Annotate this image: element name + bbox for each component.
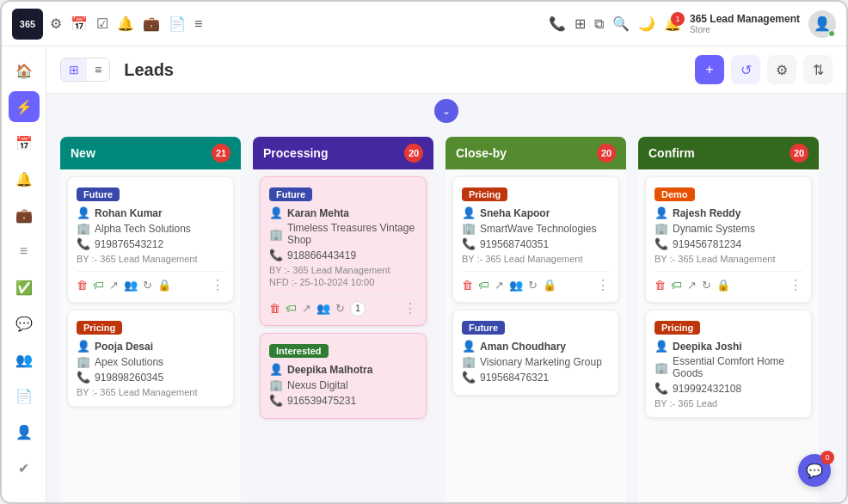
logo: 365 — [12, 9, 43, 40]
copy-icon[interactable]: ⧉ — [594, 16, 604, 32]
delete-icon[interactable]: 🗑 — [462, 279, 473, 292]
list-view-button[interactable]: ≡ — [87, 58, 109, 81]
card-phone-row: 📞 918866443419 — [269, 249, 417, 261]
sidebar-item-contacts[interactable]: 👥 — [9, 344, 40, 375]
search-icon[interactable]: 🔍 — [612, 15, 630, 32]
sidebar-item-messages[interactable]: 💬 — [9, 308, 40, 339]
card-company-row: 🏢 Timeless Treasures Vintage Shop — [269, 222, 417, 246]
tag-icon[interactable]: 🏷 — [478, 279, 489, 292]
lead-phone: 919876543212 — [95, 238, 163, 250]
tag-pricing: Pricing — [654, 321, 700, 335]
lead-name: Aman Choudhary — [480, 341, 566, 353]
lead-by: BY :- 365 Lead Management — [462, 254, 610, 264]
trend-icon[interactable]: ↗ — [302, 302, 311, 315]
lead-company: Visionary Marketing Group — [480, 356, 602, 368]
col-title-processing: Processing — [263, 146, 328, 160]
column-processing: Processing 20 Future 👤 Karan Mehta — [253, 137, 433, 502]
top-nav: 365 ⚙ 📅 ☑ 🔔 💼 📄 ≡ 📞 ⊞ ⧉ 🔍 🌙 🔔 1 — [2, 2, 846, 46]
lead-company: Nexus Digital — [287, 379, 348, 391]
calendar-icon[interactable]: 📅 — [71, 15, 88, 32]
lead-name: Sneha Kapoor — [480, 207, 550, 219]
card-company-row: 🏢 Visionary Marketing Group — [462, 355, 610, 368]
more-button[interactable]: ⋮ — [789, 277, 802, 293]
column-confirm: Confirm 20 Demo 👤 Rajesh Reddy � — [638, 137, 819, 502]
refresh-button[interactable]: ↺ — [731, 55, 760, 84]
tag-icon[interactable]: 🏷 — [93, 279, 104, 292]
scroll-indicator: ⌄ — [46, 94, 846, 128]
add-button[interactable]: + — [695, 55, 724, 84]
card-company-row: 🏢 Apex Solutions — [77, 355, 224, 368]
document-icon[interactable]: 📄 — [169, 15, 186, 32]
filter-icon[interactable]: ⚙ — [50, 15, 62, 32]
sidebar-item-tasks[interactable]: ✅ — [9, 272, 40, 303]
more-button[interactable]: ⋮ — [403, 300, 417, 317]
toolbar: ⊞ ≡ Leads + ↺ ⚙ ⇅ — [46, 46, 846, 94]
refresh-icon[interactable]: ↻ — [702, 279, 711, 292]
sidebar-item-calendar[interactable]: 📅 — [9, 127, 40, 158]
lead-company: Dynamic Systems — [673, 223, 755, 235]
lock-icon[interactable]: 🔒 — [157, 279, 171, 292]
sidebar-item-verify[interactable]: ✔ — [9, 452, 40, 483]
delete-icon[interactable]: 🗑 — [654, 279, 666, 292]
chat-fab[interactable]: 💬 0 — [798, 454, 831, 487]
tag-pricing: Pricing — [462, 187, 507, 201]
trend-icon[interactable]: ↗ — [687, 279, 697, 292]
app-shell: 365 ⚙ 📅 ☑ 🔔 💼 📄 ≡ 📞 ⊞ ⧉ 🔍 🌙 🔔 1 — [2, 2, 846, 502]
checkbox-icon[interactable]: ☑ — [96, 15, 108, 32]
moon-icon[interactable]: 🌙 — [638, 15, 655, 32]
settings-button[interactable]: ⚙ — [767, 55, 796, 84]
sidebar-item-profile[interactable]: 👤 — [9, 416, 40, 447]
lead-name: Deepika Joshi — [673, 341, 742, 353]
chat-badge: 0 — [820, 451, 834, 464]
lead-phone: 919456781234 — [673, 238, 741, 250]
sidebar-item-filter[interactable]: ⚡ — [9, 91, 40, 122]
grid-icon[interactable]: ⊞ — [575, 15, 586, 32]
sidebar-item-briefcase[interactable]: 💼 — [9, 200, 40, 230]
user-add-icon[interactable]: 👥 — [124, 279, 138, 292]
bell-icon[interactable]: 🔔 — [117, 15, 134, 32]
refresh-icon[interactable]: ↻ — [143, 279, 152, 292]
user-add-icon[interactable]: 👥 — [316, 302, 330, 315]
delete-icon[interactable]: 🗑 — [269, 302, 280, 315]
list-icon[interactable]: ≡ — [194, 16, 202, 32]
brand-sub: Store — [690, 25, 800, 34]
lock-icon[interactable]: 🔒 — [543, 279, 556, 292]
phone-icon: 📞 — [77, 237, 90, 250]
card-name-row: 👤 Sneha Kapoor — [462, 206, 610, 219]
card-name-row: 👤 Rajesh Reddy — [654, 206, 802, 219]
avatar[interactable]: 👤 — [808, 10, 836, 38]
content: ⊞ ≡ Leads + ↺ ⚙ ⇅ ⌄ N — [46, 46, 846, 502]
phone-icon: 📞 — [654, 237, 668, 250]
briefcase-icon[interactable]: 💼 — [143, 15, 160, 32]
sidebar-item-documents[interactable]: 📄 — [9, 380, 40, 411]
sort-button[interactable]: ⇅ — [803, 55, 833, 84]
lead-name: Pooja Desai — [95, 341, 153, 353]
card-footer: 🗑 🏷 ↗ ↻ 🔒 ⋮ — [654, 271, 802, 293]
more-button[interactable]: ⋮ — [211, 277, 224, 293]
refresh-icon[interactable]: ↻ — [335, 302, 345, 315]
count-chip: 1 — [350, 301, 366, 317]
trend-icon[interactable]: ↗ — [495, 279, 504, 292]
trend-icon[interactable]: ↗ — [109, 279, 119, 292]
person-icon: 👤 — [654, 206, 668, 219]
tag-icon[interactable]: 🏷 — [671, 279, 682, 292]
more-button[interactable]: ⋮ — [596, 277, 610, 293]
phone-icon[interactable]: 📞 — [549, 15, 566, 32]
user-add-icon[interactable]: 👥 — [509, 279, 523, 292]
grid-view-button[interactable]: ⊞ — [61, 58, 87, 81]
card-company-row: 🏢 Alpha Tech Solutions — [77, 222, 224, 235]
lead-phone: 916539475231 — [287, 395, 356, 407]
sidebar-item-notifications[interactable]: 🔔 — [9, 163, 40, 194]
scroll-down-button[interactable]: ⌄ — [434, 99, 458, 123]
delete-icon[interactable]: 🗑 — [77, 279, 88, 292]
col-body-new: Future 👤 Rohan Kumar 🏢 Alpha Tech Soluti… — [60, 169, 241, 502]
building-icon: 🏢 — [654, 222, 668, 235]
sidebar-item-list[interactable]: ≡ — [9, 236, 40, 267]
lock-icon[interactable]: 🔒 — [716, 279, 730, 292]
lead-company: Essential Comfort Home Goods — [673, 355, 802, 379]
refresh-icon[interactable]: ↻ — [528, 279, 538, 292]
tag-icon[interactable]: 🏷 — [286, 302, 297, 315]
sidebar-item-home[interactable]: 🏠 — [9, 55, 40, 86]
lead-company: Apex Solutions — [95, 356, 163, 368]
col-body-confirm: Demo 👤 Rajesh Reddy 🏢 Dynamic Systems 📞 — [638, 169, 819, 502]
